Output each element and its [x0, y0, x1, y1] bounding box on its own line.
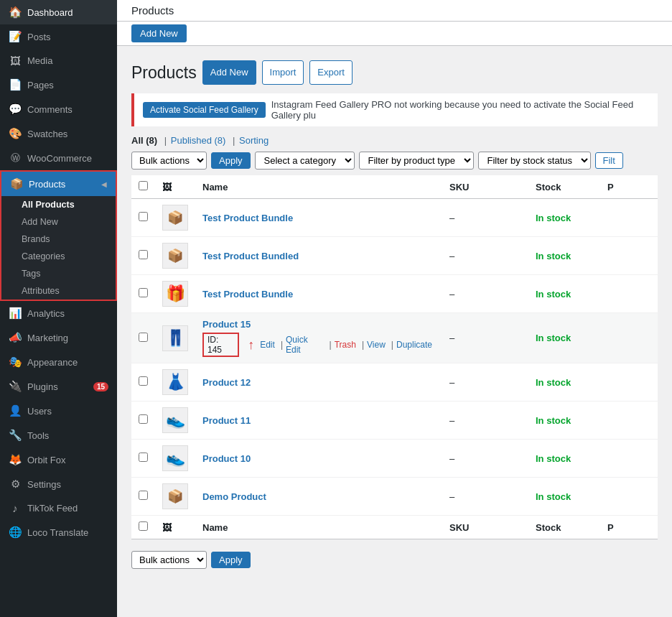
table-row: 👟 Product 11 – In stock — [131, 402, 658, 440]
row-stock-cell: In stock — [528, 275, 600, 313]
table-body: 📦 Test Product Bundle Edit | Quick Edit … — [131, 199, 658, 539]
product-name-link[interactable]: Test Product Bundled — [202, 251, 299, 261]
th-bottom-name[interactable]: Name — [195, 516, 442, 539]
apply-button-top[interactable]: Apply — [211, 152, 251, 169]
submenu-item-attributes[interactable]: Attributes — [1, 282, 116, 300]
stock-status-select[interactable]: Filter by stock status — [478, 152, 591, 170]
row-stock-cell: In stock — [528, 313, 600, 363]
th-price[interactable]: P — [600, 175, 658, 199]
sidebar-item-posts[interactable]: 📝 Posts — [0, 24, 117, 49]
sidebar-item-label: Settings — [27, 479, 61, 490]
submenu-label: Add New — [22, 217, 58, 227]
row-checkbox[interactable] — [139, 212, 148, 221]
submenu-item-tags[interactable]: Tags — [1, 265, 116, 282]
product-name-link[interactable]: Test Product Bundle — [202, 289, 293, 300]
add-new-top-button[interactable]: Add New — [131, 24, 187, 42]
sidebar-item-appearance[interactable]: 🎭 Appearance — [0, 350, 117, 374]
sidebar-item-users[interactable]: 👤 Users — [0, 399, 117, 423]
submenu-item-all-products[interactable]: All Products — [1, 196, 116, 213]
sidebar-item-tiktokfeed[interactable]: ♪ TikTok Feed — [0, 496, 117, 520]
bulk-actions-select-top[interactable]: Bulk actions — [131, 152, 207, 170]
sidebar-item-products[interactable]: 📦 Products ◀ — [1, 172, 116, 196]
category-select[interactable]: Select a category — [255, 152, 355, 170]
th-bottom-stock[interactable]: Stock — [528, 516, 600, 539]
products-arrow-icon: ◀ — [101, 180, 107, 188]
product-thumbnail: 👟 — [162, 445, 188, 471]
bulk-actions-select-bottom[interactable]: Bulk actions — [131, 551, 207, 569]
view-link[interactable]: View — [367, 340, 386, 350]
sidebar-item-swatches[interactable]: 🎨 Swatches — [0, 121, 117, 146]
filter-apply-button[interactable]: Filt — [595, 152, 623, 169]
row-checkbox[interactable] — [139, 333, 148, 342]
product-thumbnail: 🎁 — [162, 281, 188, 307]
trash-link[interactable]: Trash — [335, 340, 356, 350]
select-all-checkbox[interactable] — [139, 181, 148, 190]
locotranslate-icon: 🌐 — [9, 526, 22, 539]
row-stock-cell: In stock — [528, 363, 600, 402]
product-name-link[interactable]: Product 12 — [202, 377, 251, 388]
product-name-link[interactable]: Product 11 — [202, 415, 251, 426]
sidebar-item-orbitfox[interactable]: 🦊 Orbit Fox — [0, 447, 117, 472]
sidebar-item-plugins[interactable]: 🔌 Plugins 15 — [0, 374, 117, 399]
row-checkbox-cell — [131, 237, 155, 275]
sidebar-item-analytics[interactable]: 📊 Analytics — [0, 301, 117, 325]
sidebar-item-tools[interactable]: 🔧 Tools — [0, 423, 117, 447]
product-type-select[interactable]: Filter by product type — [359, 152, 474, 170]
sidebar-item-settings[interactable]: ⚙ Settings — [0, 472, 117, 496]
import-button[interactable]: Import — [262, 60, 304, 85]
sidebar-item-locotranslate[interactable]: 🌐 Loco Translate — [0, 520, 117, 544]
row-price-cell — [600, 237, 658, 275]
row-checkbox[interactable] — [139, 250, 148, 259]
sidebar-item-comments[interactable]: 💬 Comments — [0, 97, 117, 121]
sidebar-item-label: WooCommerce — [27, 153, 92, 164]
submenu-item-add-new[interactable]: Add New — [1, 213, 116, 231]
filter-tab-sorting[interactable]: Sorting — [239, 135, 269, 146]
sidebar-item-label: Pages — [27, 80, 54, 91]
row-checkbox[interactable] — [139, 414, 148, 424]
stock-status: In stock — [536, 333, 571, 343]
apply-button-bottom[interactable]: Apply — [211, 552, 251, 568]
sidebar-item-marketing[interactable]: 📣 Marketing — [0, 325, 117, 350]
edit-link[interactable]: Edit — [260, 340, 275, 350]
th-bottom-sku[interactable]: SKU — [442, 516, 528, 539]
product-name-link[interactable]: Product 15 — [202, 319, 251, 330]
add-new-button[interactable]: Add New — [202, 60, 256, 85]
export-button[interactable]: Export — [309, 60, 353, 85]
sidebar-item-media[interactable]: 🖼 Media — [0, 49, 117, 73]
marketing-icon: 📣 — [9, 331, 22, 344]
row-name-cell: Test Product Bundle Edit | Quick Edit | … — [195, 199, 442, 237]
th-sku[interactable]: SKU — [442, 175, 528, 199]
product-name-link[interactable]: Product 10 — [202, 453, 251, 464]
sku-value: – — [449, 289, 454, 300]
row-checkbox[interactable] — [139, 288, 148, 297]
filter-tab-all[interactable]: All (8) — [131, 135, 157, 146]
submenu-item-brands[interactable]: Brands — [1, 231, 116, 248]
sidebar-item-woocommerce[interactable]: Ⓦ WooCommerce — [0, 146, 117, 170]
quick-edit-link[interactable]: Quick Edit — [286, 335, 324, 355]
row-price-cell — [600, 199, 658, 237]
row-checkbox[interactable] — [139, 491, 148, 500]
row-sku-cell: – — [442, 402, 528, 440]
product-name-link[interactable]: Test Product Bundle — [202, 213, 293, 223]
duplicate-link[interactable]: Duplicate — [396, 340, 432, 350]
th-bottom-price[interactable]: P — [600, 516, 658, 539]
th-stock[interactable]: Stock — [528, 175, 600, 199]
filter-tab-published[interactable]: Published (8) — [171, 135, 226, 146]
table-row: 🎁 Test Product Bundle – In stock — [131, 275, 658, 313]
th-name[interactable]: Name — [195, 175, 442, 199]
sidebar-item-label: Plugins — [27, 381, 58, 392]
row-thumb-cell: 📦 — [155, 237, 195, 275]
activate-social-feed-button[interactable]: Activate Social Feed Gallery — [143, 102, 266, 118]
submenu-item-categories[interactable]: Categories — [1, 248, 116, 265]
stock-status: In stock — [536, 415, 571, 426]
row-checkbox[interactable] — [139, 453, 148, 462]
sidebar-item-label: Analytics — [27, 308, 65, 319]
product-name-link[interactable]: Demo Product — [202, 491, 266, 502]
products-icon: 📦 — [10, 177, 23, 190]
plugins-badge: 15 — [93, 382, 108, 391]
row-checkbox[interactable] — [139, 376, 148, 386]
sku-value: – — [449, 491, 454, 502]
sidebar-item-pages[interactable]: 📄 Pages — [0, 73, 117, 97]
select-all-checkbox-bottom[interactable] — [139, 521, 148, 531]
sidebar-item-dashboard[interactable]: 🏠 Dashboard — [0, 0, 117, 24]
